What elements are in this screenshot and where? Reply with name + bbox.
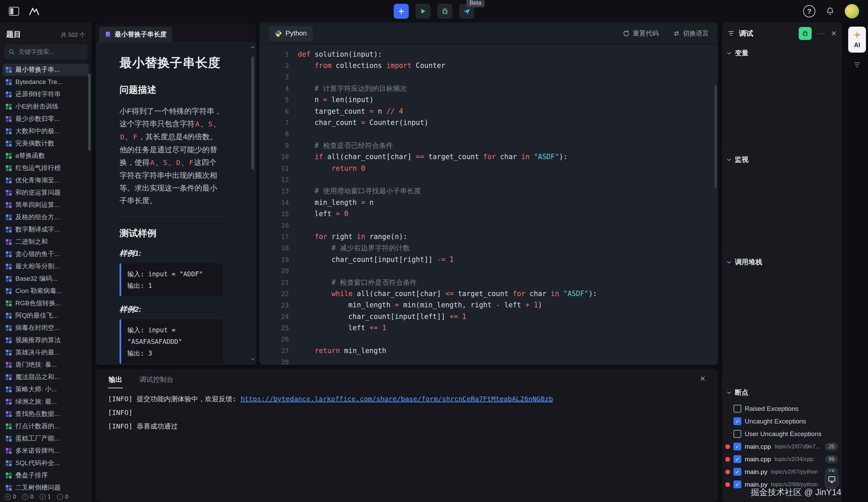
problem-list-item[interactable]: RGB色值转换... bbox=[3, 297, 89, 309]
problem-list-item[interactable]: a替换函数 bbox=[3, 150, 89, 162]
problem-list-item[interactable]: 阿Q的最佳飞... bbox=[3, 309, 89, 322]
code-line[interactable]: 4 # 计算字符应达到的目标频次 bbox=[259, 83, 718, 94]
problem-list-item[interactable]: 大数和中的极... bbox=[3, 125, 89, 137]
scroll-down-icon[interactable] bbox=[250, 357, 256, 362]
reset-code-button[interactable]: 重置代码 bbox=[623, 29, 659, 38]
code-line[interactable]: 23 min_length = min(min_length, right - … bbox=[259, 299, 718, 311]
debug-section-header-variables[interactable]: 变量 bbox=[722, 44, 842, 61]
more-options-icon[interactable]: ··· bbox=[817, 29, 826, 38]
breakpoint-exception-row[interactable]: ✓Uncaught Exceptions bbox=[722, 415, 842, 428]
code-line[interactable]: 14 min_length = n bbox=[259, 197, 718, 208]
ai-assistant-button[interactable]: AI bbox=[848, 27, 866, 53]
scroll-up-icon[interactable] bbox=[250, 44, 256, 50]
feedback-link[interactable]: https://bytedance.larkoffice.com/share/b… bbox=[240, 395, 553, 403]
breakpoint-exception-row[interactable]: Raised Exceptions bbox=[722, 402, 842, 415]
problem-list-item[interactable]: 及格的组合方... bbox=[3, 211, 89, 223]
code-line[interactable]: 19 char_count[input[right]] -= 1 bbox=[259, 254, 718, 265]
problem-list-item[interactable]: 红包运气排行榜 bbox=[3, 162, 89, 174]
code-line[interactable]: 8 bbox=[259, 129, 718, 140]
problem-list-item[interactable]: 数字翻译成字... bbox=[3, 223, 89, 236]
breakpoint-exception-row[interactable]: User Uncaught Exceptions bbox=[722, 428, 842, 440]
checkbox[interactable] bbox=[733, 405, 741, 412]
problem-list-item[interactable]: 贪心猫的鱼干... bbox=[3, 248, 89, 260]
problem-list-item[interactable]: 查找热点数据... bbox=[3, 408, 89, 420]
code-line[interactable]: 20 bbox=[259, 265, 718, 276]
checkbox[interactable]: ✓ bbox=[733, 455, 741, 463]
code-area[interactable]: 1def solution(input):2 from collections … bbox=[259, 44, 718, 365]
code-line[interactable]: 9 # 检查是否已经符合条件 bbox=[259, 140, 718, 151]
code-line[interactable]: 26 bbox=[259, 334, 718, 345]
problem-list-item[interactable]: Cion 勒索病毒... bbox=[3, 285, 89, 297]
problem-list-item[interactable]: 英雄决斗的最... bbox=[3, 346, 89, 359]
code-line[interactable]: 6 target_count = n // 4 bbox=[259, 105, 718, 117]
checkbox[interactable]: ✓ bbox=[733, 417, 741, 425]
problem-list-item[interactable]: 最大相等分割... bbox=[3, 260, 89, 273]
debug-close-icon[interactable]: × bbox=[831, 29, 837, 38]
sidebar-toggle-icon[interactable] bbox=[9, 7, 19, 16]
code-line[interactable]: 25 left += 1 bbox=[259, 322, 718, 333]
breakpoint-file-row[interactable]: ✓main.cpptopic/v2/07d9e7...26 bbox=[722, 440, 842, 453]
description-scrollbar[interactable] bbox=[250, 44, 255, 362]
tab-output[interactable]: 输出 bbox=[108, 369, 123, 388]
code-line[interactable]: 10 if all(char_count[char] == target_cou… bbox=[259, 151, 718, 163]
debug-section-header-watch[interactable]: 监视 bbox=[722, 151, 842, 168]
problem-list-item[interactable]: 还原倒转字符串 bbox=[3, 88, 89, 100]
status-errors-count[interactable]: ×0 bbox=[5, 494, 16, 500]
tab-debug-console[interactable]: 调试控制台 bbox=[138, 369, 174, 388]
problem-list-item[interactable]: Base32 编码... bbox=[3, 273, 89, 285]
code-line[interactable]: 24 char_count[input[left]] += 1 bbox=[259, 311, 718, 322]
code-line[interactable]: 2 from collections import Counter bbox=[259, 60, 718, 71]
code-line[interactable]: 16 bbox=[259, 219, 718, 231]
switch-language-button[interactable]: 切换语言 bbox=[673, 29, 709, 38]
problem-list-item[interactable]: 叠盘子排序 bbox=[3, 469, 89, 482]
code-line[interactable]: 12 bbox=[259, 174, 718, 185]
problem-tab[interactable]: 最小替换子串长度 bbox=[99, 27, 172, 42]
code-line[interactable]: 17 for right in range(n): bbox=[259, 231, 718, 242]
sidebar-scrollbar[interactable] bbox=[88, 74, 91, 151]
notifications-icon[interactable] bbox=[826, 7, 835, 16]
search-box[interactable] bbox=[4, 44, 87, 59]
code-line[interactable]: 11 return 0 bbox=[259, 163, 718, 174]
debug-section-header-breakpoints[interactable]: 断点 bbox=[722, 384, 842, 401]
problem-list-item[interactable]: 蛋糕工厂产能... bbox=[3, 432, 89, 444]
code-line[interactable]: 18 # 减少右边界字符的计数 bbox=[259, 243, 718, 254]
code-line[interactable]: 5 n = len(input) bbox=[259, 94, 718, 105]
help-icon[interactable]: ? bbox=[803, 5, 815, 18]
problem-list-item[interactable]: 魔法甜品之和... bbox=[3, 371, 89, 383]
problem-list-item[interactable]: 最小替换子串... bbox=[3, 63, 89, 76]
status-warnings-count[interactable]: !0 bbox=[22, 494, 33, 500]
problem-list-item[interactable]: 最少步数归零... bbox=[3, 113, 89, 125]
search-input[interactable] bbox=[19, 49, 83, 56]
code-line[interactable]: 28 bbox=[259, 357, 718, 365]
checkbox[interactable]: ✓ bbox=[733, 443, 741, 450]
checkbox[interactable]: ✓ bbox=[733, 481, 741, 488]
scrollbar-thumb[interactable] bbox=[251, 57, 254, 170]
start-debug-button[interactable] bbox=[799, 27, 812, 40]
console-close-icon[interactable]: × bbox=[700, 374, 705, 383]
problem-list-item[interactable]: 打点计数器的... bbox=[3, 420, 89, 432]
problem-list-item[interactable]: 二叉树倒槽问题 bbox=[3, 482, 89, 492]
editor-scrollbar[interactable] bbox=[714, 85, 717, 188]
problem-list-item[interactable]: SQL代码补全... bbox=[3, 457, 89, 469]
problem-list-item[interactable]: 小E的射击训练 bbox=[3, 100, 89, 113]
debug-button[interactable] bbox=[437, 4, 453, 19]
send-button[interactable]: Beta bbox=[459, 4, 474, 19]
code-line[interactable]: 1def solution(input): bbox=[259, 49, 718, 60]
problem-list-item[interactable]: 病毒在封闭空... bbox=[3, 322, 89, 334]
problem-list-item[interactable]: 和的逆运算问题 bbox=[3, 186, 89, 199]
problem-list-item[interactable]: 唐门绝技: 暴... bbox=[3, 359, 89, 371]
code-line[interactable]: 7 char_count = Counter(input) bbox=[259, 117, 718, 128]
logo-icon[interactable] bbox=[29, 7, 40, 16]
breakpoint-file-row[interactable]: ✓main.cpptopic/v2/34/cpp99 bbox=[722, 453, 842, 465]
code-line[interactable]: 22 while all(char_count[char] <= target_… bbox=[259, 288, 718, 299]
debug-strip-icon[interactable] bbox=[853, 61, 861, 69]
debug-section-header-callstack[interactable]: 调用堆栈 bbox=[722, 253, 842, 270]
avatar[interactable] bbox=[845, 4, 859, 19]
status-info-count[interactable]: i1 bbox=[40, 494, 51, 500]
code-line[interactable]: 15 left = 0 bbox=[259, 208, 718, 219]
run-button[interactable] bbox=[415, 4, 431, 19]
problem-list-item[interactable]: 多米诺骨牌均... bbox=[3, 444, 89, 457]
code-line[interactable]: 13 # 使用滑动窗口寻找最小子串长度 bbox=[259, 185, 718, 197]
problem-list-item[interactable]: 策略大师: 小... bbox=[3, 383, 89, 396]
code-line[interactable]: 3 bbox=[259, 71, 718, 83]
